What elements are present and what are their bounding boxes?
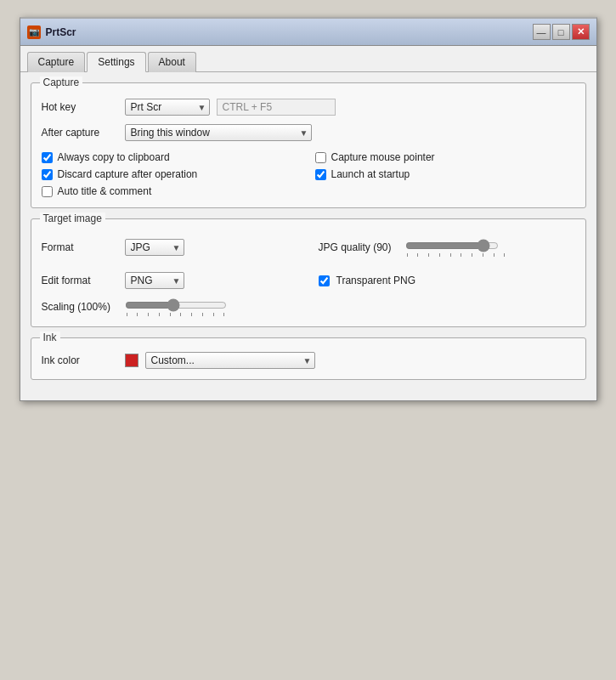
ink-select-wrapper: Custom... Black White Red Blue ▼ bbox=[145, 352, 315, 369]
launch-startup-checkbox[interactable] bbox=[315, 169, 326, 180]
tab-capture[interactable]: Capture bbox=[27, 52, 86, 72]
hotkey-select-wrapper: Prt Scr F5 F6 ▼ bbox=[125, 99, 210, 116]
jpg-quality-ticks bbox=[405, 253, 507, 257]
scaling-row: Scaling (100%) bbox=[42, 298, 575, 316]
jpg-quality-row: JPG quality (90) bbox=[319, 238, 575, 257]
after-capture-label: After capture bbox=[42, 127, 118, 139]
always-copy-row: Always copy to clipboard bbox=[42, 151, 302, 163]
launch-startup-row: Launch at startup bbox=[315, 168, 575, 180]
after-capture-select[interactable]: Bring this window Do nothing Open in edi… bbox=[125, 124, 312, 141]
transparent-png-checkbox[interactable] bbox=[319, 275, 330, 286]
edit-format-select-wrapper: PNG BMP GIF ▼ bbox=[125, 272, 184, 289]
tick bbox=[180, 313, 181, 316]
window-title: PrtScr bbox=[46, 26, 76, 38]
tick bbox=[223, 313, 224, 316]
minimize-button[interactable]: — bbox=[533, 24, 551, 40]
scaling-slider-container bbox=[125, 298, 227, 316]
tick bbox=[428, 253, 429, 257]
capture-group-label: Capture bbox=[40, 76, 83, 88]
capture-mouse-checkbox[interactable] bbox=[315, 152, 326, 163]
format-label: Format bbox=[42, 241, 118, 253]
ink-group-label: Ink bbox=[40, 332, 60, 343]
capture-group: Capture Hot key Prt Scr F5 F6 ▼ After ca… bbox=[31, 82, 586, 208]
scaling-ticks bbox=[125, 313, 227, 316]
target-image-label: Target image bbox=[40, 212, 105, 224]
capture-mouse-label: Capture mouse pointer bbox=[331, 151, 435, 163]
target-grid: Format JPG PNG BMP GIF ▼ JPG quality (90… bbox=[42, 233, 575, 289]
tab-about[interactable]: About bbox=[148, 52, 196, 72]
tick bbox=[417, 253, 418, 257]
tick bbox=[439, 253, 440, 257]
tick bbox=[137, 313, 138, 316]
discard-capture-label: Discard capture after operation bbox=[58, 168, 198, 180]
title-bar: 📷 PrtScr — □ ✕ bbox=[20, 19, 596, 46]
capture-mouse-row: Capture mouse pointer bbox=[315, 151, 575, 163]
ink-color-label: Ink color bbox=[42, 354, 118, 366]
maximize-button[interactable]: □ bbox=[552, 24, 570, 40]
tick bbox=[472, 253, 472, 257]
tick bbox=[148, 313, 149, 316]
transparent-png-label: Transparent PNG bbox=[336, 275, 416, 286]
title-bar-left: 📷 PrtScr bbox=[27, 26, 76, 39]
discard-capture-row: Discard capture after operation bbox=[42, 168, 302, 180]
after-capture-select-wrapper: Bring this window Do nothing Open in edi… bbox=[125, 124, 312, 141]
tick bbox=[504, 253, 505, 257]
auto-title-checkbox[interactable] bbox=[42, 186, 53, 197]
format-select-wrapper: JPG PNG BMP GIF ▼ bbox=[125, 239, 184, 256]
ink-color-swatch bbox=[125, 354, 138, 367]
target-image-group: Target image Format JPG PNG BMP GIF ▼ bbox=[31, 218, 586, 327]
format-row: Format JPG PNG BMP GIF ▼ bbox=[42, 238, 298, 257]
launch-startup-label: Launch at startup bbox=[331, 168, 410, 180]
tick bbox=[191, 313, 192, 316]
after-capture-row: After capture Bring this window Do nothi… bbox=[42, 124, 575, 141]
tick bbox=[202, 313, 203, 316]
hotkey-select[interactable]: Prt Scr F5 F6 bbox=[125, 99, 210, 116]
tick bbox=[483, 253, 483, 257]
ink-color-select[interactable]: Custom... Black White Red Blue bbox=[145, 352, 315, 369]
checkboxes-area: Always copy to clipboard Capture mouse p… bbox=[42, 151, 575, 197]
jpg-quality-slider-container bbox=[405, 238, 507, 257]
edit-format-label: Edit format bbox=[42, 275, 118, 286]
tick bbox=[170, 313, 171, 316]
hotkey-extra-input bbox=[217, 99, 336, 116]
tick bbox=[213, 313, 214, 316]
edit-format-row: Edit format PNG BMP GIF ▼ bbox=[42, 272, 298, 289]
jpg-quality-label: JPG quality (90) bbox=[319, 241, 392, 253]
scaling-slider[interactable] bbox=[125, 298, 227, 313]
jpg-quality-slider[interactable] bbox=[405, 238, 499, 253]
title-bar-controls: — □ ✕ bbox=[533, 24, 590, 40]
auto-title-row: Auto title & comment bbox=[42, 185, 302, 197]
tab-bar: Capture Settings About bbox=[20, 46, 596, 72]
format-select[interactable]: JPG PNG BMP GIF bbox=[125, 239, 184, 256]
tick bbox=[159, 313, 160, 316]
ink-color-row: Ink color Custom... Black White Red Blue… bbox=[42, 352, 575, 369]
tick bbox=[461, 253, 461, 257]
close-button[interactable]: ✕ bbox=[572, 24, 590, 40]
discard-capture-checkbox[interactable] bbox=[42, 169, 53, 180]
transparent-png-row: Transparent PNG bbox=[319, 272, 575, 289]
app-icon: 📷 bbox=[27, 26, 41, 39]
edit-format-select[interactable]: PNG BMP GIF bbox=[125, 272, 184, 289]
hotkey-row: Hot key Prt Scr F5 F6 ▼ bbox=[42, 99, 575, 116]
ink-group: Ink Ink color Custom... Black White Red … bbox=[31, 337, 586, 380]
always-copy-checkbox[interactable] bbox=[42, 152, 53, 163]
always-copy-label: Always copy to clipboard bbox=[58, 151, 170, 163]
tick bbox=[494, 253, 494, 257]
tick bbox=[450, 253, 451, 257]
auto-title-label: Auto title & comment bbox=[58, 185, 152, 197]
tick bbox=[127, 313, 127, 316]
tick bbox=[407, 253, 408, 257]
scaling-label: Scaling (100%) bbox=[42, 301, 118, 313]
hotkey-label: Hot key bbox=[42, 101, 118, 113]
settings-content: Capture Hot key Prt Scr F5 F6 ▼ After ca… bbox=[20, 72, 596, 400]
app-window: 📷 PrtScr — □ ✕ Capture Settings About Ca… bbox=[20, 17, 597, 401]
tab-settings[interactable]: Settings bbox=[87, 52, 145, 72]
